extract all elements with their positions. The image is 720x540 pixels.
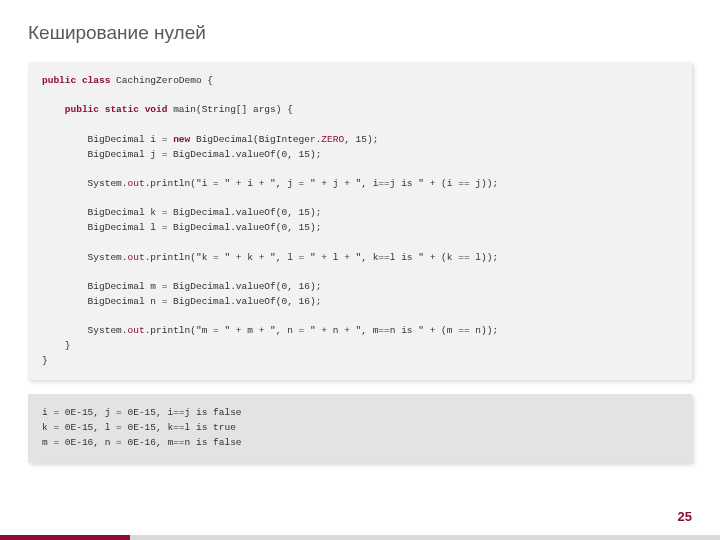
code-text: .println("k = " + k + ", l = " + l + ", … (42, 252, 498, 337)
code-keyword: public class (42, 75, 110, 86)
code-field: out (128, 325, 145, 336)
output-block: i = 0E-15, j = 0E-15, i==j is false k = … (28, 394, 692, 462)
slide: Кеширование нулей public class CachingZe… (0, 0, 720, 540)
footer-gray (130, 535, 720, 540)
code-block: public class CachingZeroDemo { public st… (28, 62, 692, 380)
code-text: BigDecimal(BigInteger. (190, 134, 321, 145)
code-field: ZERO (321, 134, 344, 145)
footer-accent (0, 535, 130, 540)
code-field: out (128, 178, 145, 189)
code-keyword: new (173, 134, 190, 145)
code-field: out (128, 252, 145, 263)
page-number: 25 (678, 509, 692, 524)
code-text: .println("i = " + i + ", j = " + j + ", … (42, 178, 498, 263)
slide-title: Кеширование нулей (28, 22, 692, 44)
code-keyword: public static void (65, 104, 168, 115)
footer-bar (0, 535, 720, 540)
